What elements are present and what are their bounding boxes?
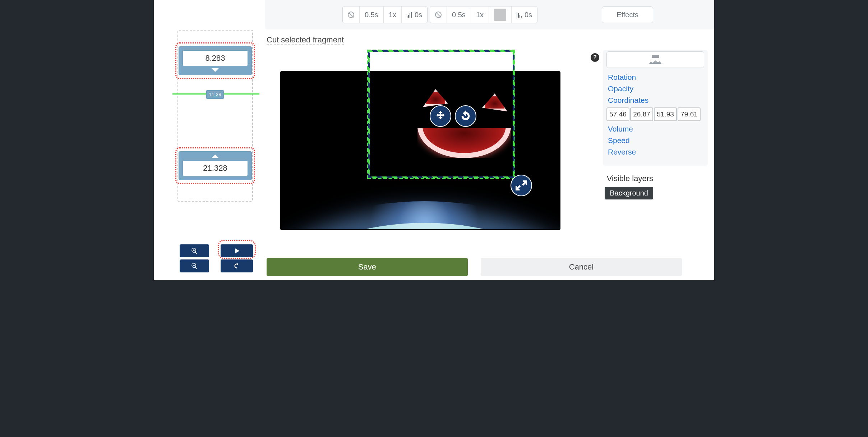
- coord-y2-input[interactable]: [678, 107, 701, 121]
- properties-panel: Rotation Opacity Coordinates Volume Spee…: [603, 50, 708, 166]
- zoom-out-icon: [191, 262, 198, 270]
- zoom-in-button[interactable]: [180, 244, 209, 257]
- speed-link[interactable]: Speed: [603, 135, 708, 146]
- coord-y1-input[interactable]: [630, 107, 653, 121]
- coord-x1-input[interactable]: [606, 107, 629, 121]
- visible-layers-title: Visible layers: [607, 174, 653, 183]
- zoom-in-icon: [191, 247, 198, 254]
- no-fade-out-toggle[interactable]: [430, 6, 447, 23]
- fade-out-ramp-value: 0s: [525, 11, 532, 19]
- move-icon: [435, 110, 446, 122]
- overlay-eye-left: [423, 89, 448, 107]
- effects-button[interactable]: Effects: [602, 6, 653, 23]
- fade-in-time[interactable]: 0.5s: [360, 6, 384, 23]
- video-preview[interactable]: [280, 71, 560, 230]
- layer-thumbnail-icon: [649, 55, 662, 64]
- resize-icon: [516, 180, 527, 191]
- chevron-up-icon: [212, 155, 219, 158]
- fade-color-icon: [494, 9, 506, 21]
- rotate-handle[interactable]: [455, 105, 476, 127]
- opacity-link[interactable]: Opacity: [603, 83, 708, 95]
- top-toolbar: 0.5s 1x 0s 0.5s 1x 0s Effects: [265, 0, 714, 29]
- end-time-marker-highlight: 21.328: [175, 147, 255, 184]
- none-icon: [348, 12, 354, 18]
- help-icon[interactable]: ?: [591, 53, 599, 62]
- loop-button[interactable]: [221, 259, 253, 272]
- coordinates-label[interactable]: Coordinates: [603, 95, 708, 106]
- background-layer-chip[interactable]: Background: [605, 187, 653, 199]
- loop-icon: [233, 262, 240, 270]
- start-time-marker[interactable]: 8.283: [179, 46, 252, 75]
- fade-out-time[interactable]: 0.5s: [447, 6, 471, 23]
- playhead-time[interactable]: 11.29: [206, 90, 224, 99]
- fade-out-group: 0.5s 1x 0s: [430, 6, 537, 23]
- layer-thumbnail-button[interactable]: [606, 51, 704, 68]
- start-time-marker-highlight: 8.283: [175, 42, 255, 79]
- ramp-down-icon: [517, 12, 522, 18]
- ramp-up-icon: [407, 12, 412, 18]
- fade-in-ramp-value: 0s: [415, 11, 422, 19]
- fade-out-speed[interactable]: 1x: [471, 6, 489, 23]
- chevron-down-icon: [212, 68, 219, 72]
- zoom-out-button[interactable]: [180, 259, 209, 272]
- cancel-button[interactable]: Cancel: [481, 258, 682, 276]
- rotation-link[interactable]: Rotation: [603, 72, 708, 83]
- fade-in-ramp[interactable]: 0s: [402, 6, 427, 23]
- move-handle[interactable]: [430, 105, 451, 127]
- play-icon: [233, 247, 240, 254]
- no-fade-in-toggle[interactable]: [343, 6, 360, 23]
- cut-fragment-link[interactable]: Cut selected fragment: [267, 35, 344, 45]
- fade-out-ramp[interactable]: 0s: [512, 6, 537, 23]
- coord-x2-input[interactable]: [654, 107, 677, 121]
- rotate-icon: [460, 110, 471, 122]
- fade-in-speed[interactable]: 1x: [384, 6, 402, 23]
- end-time-value[interactable]: 21.328: [183, 160, 248, 176]
- end-time-marker[interactable]: 21.328: [179, 151, 252, 180]
- parameter-groups: 0.5s 1x 0s 0.5s 1x 0s: [342, 6, 537, 23]
- color-swatch[interactable]: [489, 6, 512, 23]
- play-button[interactable]: [221, 244, 253, 257]
- save-button[interactable]: Save: [267, 258, 468, 276]
- coordinates-row: [603, 106, 708, 123]
- volume-link[interactable]: Volume: [603, 123, 708, 135]
- none-icon: [435, 12, 442, 18]
- overlay-eye-right: [482, 93, 507, 111]
- start-time-value[interactable]: 8.283: [183, 50, 248, 66]
- fade-in-group: 0.5s 1x 0s: [342, 6, 428, 23]
- resize-handle[interactable]: [511, 175, 532, 196]
- reverse-link[interactable]: Reverse: [603, 146, 708, 158]
